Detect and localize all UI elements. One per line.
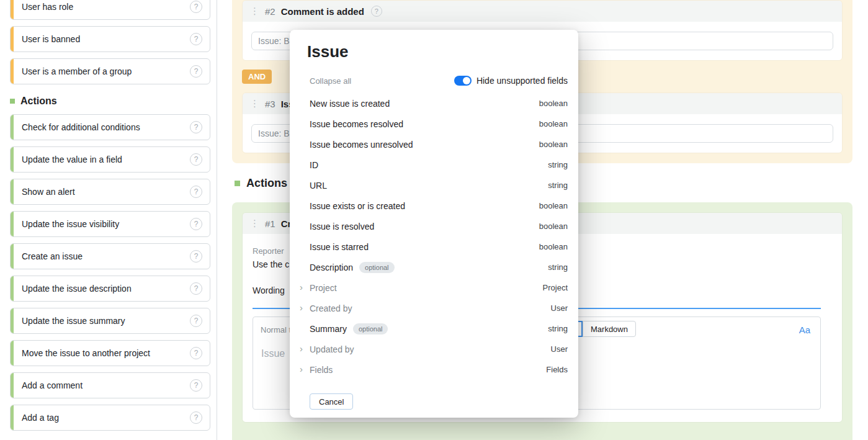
field-name: Issue becomes resolved <box>310 119 403 129</box>
help-icon[interactable] <box>190 186 202 198</box>
sidebar-item-label: User has role <box>22 2 190 12</box>
field-type: boolean <box>539 99 568 108</box>
field-type: string <box>548 160 568 169</box>
sidebar-item-create-an-issue[interactable]: Create an issue <box>10 243 210 269</box>
chevron-right-icon <box>300 282 303 292</box>
rule-number: #3 <box>265 99 275 109</box>
canvas-actions-title: Actions <box>246 177 287 190</box>
field-name: New issue is created <box>310 99 390 109</box>
sidebar-item-label: Update the value in a field <box>22 155 190 164</box>
sidebar-item-label: User is banned <box>22 34 190 44</box>
field-row-issue-becomes-unresolved[interactable]: Issue becomes unresolved boolean <box>290 134 578 155</box>
field-type: User <box>551 303 568 313</box>
drag-handle-icon[interactable] <box>250 6 259 17</box>
sidebar-item-move-issue-another-project[interactable]: Move the issue to another project <box>10 340 210 366</box>
field-row-issue-exists-or-created[interactable]: Issue exists or is created boolean <box>290 195 578 216</box>
modal-controls: Collapse all Hide unsupported fields <box>310 76 568 86</box>
field-type: boolean <box>539 201 568 210</box>
sidebar-item-label: Create an issue <box>22 251 190 261</box>
drag-handle-icon[interactable] <box>250 98 259 109</box>
help-icon[interactable] <box>190 33 202 45</box>
collapse-all-button[interactable]: Collapse all <box>310 76 351 86</box>
green-square-icon <box>10 99 15 104</box>
drag-handle-icon[interactable] <box>250 218 259 229</box>
field-type: Fields <box>546 365 568 374</box>
help-icon[interactable] <box>190 153 202 166</box>
help-icon[interactable] <box>190 411 202 424</box>
field-row-issue-becomes-resolved[interactable]: Issue becomes resolved boolean <box>290 114 578 134</box>
sidebar-item-label: Check for additional conditions <box>22 122 190 132</box>
palette-sidebar: User has role User is banned User is a m… <box>0 0 217 440</box>
field-list: New issue is created boolean Issue becom… <box>290 93 578 380</box>
field-name: Issue exists or is created <box>310 201 405 211</box>
green-square-icon <box>235 181 240 186</box>
markdown-toggle-button[interactable]: Markdown <box>583 321 636 337</box>
text-format-dropdown[interactable]: Normal t <box>261 325 291 334</box>
issue-fields-modal: Issue Collapse all Hide unsupported fiel… <box>290 30 578 418</box>
sidebar-item-show-an-alert[interactable]: Show an alert <box>10 179 210 205</box>
sidebar-item-label: User is a member of a group <box>22 66 190 76</box>
optional-badge: optional <box>353 323 388 334</box>
sidebar-item-user-is-banned[interactable]: User is banned <box>10 26 210 52</box>
field-row-updated-by[interactable]: Updated by User <box>290 339 578 359</box>
hide-unsupported-toggle-wrap[interactable]: Hide unsupported fields <box>454 76 568 86</box>
field-type: string <box>548 181 568 190</box>
sidebar-item-user-member-of-group[interactable]: User is a member of a group <box>10 58 210 84</box>
cancel-button[interactable]: Cancel <box>310 393 353 410</box>
optional-badge: optional <box>359 262 395 273</box>
field-row-issue-is-starred[interactable]: Issue is starred boolean <box>290 236 578 257</box>
field-row-url[interactable]: URL string <box>290 175 578 195</box>
sidebar-item-label: Add a tag <box>22 413 190 423</box>
help-icon[interactable] <box>190 347 202 359</box>
field-name: Issue is resolved <box>310 222 374 231</box>
help-icon[interactable] <box>190 315 202 327</box>
field-row-summary[interactable]: Summary optional string <box>290 318 578 339</box>
font-settings-button[interactable]: Aa <box>799 325 810 335</box>
help-icon[interactable] <box>190 121 202 133</box>
field-name: Issue becomes unresolved <box>310 140 413 150</box>
field-name: Created by <box>310 303 352 313</box>
sidebar-item-update-issue-visibility[interactable]: Update the issue visibility <box>10 211 210 237</box>
sidebar-actions-title: Actions <box>20 96 57 107</box>
field-row-description[interactable]: Description optional string <box>290 257 578 277</box>
sidebar-item-update-issue-description[interactable]: Update the issue description <box>10 276 210 302</box>
sidebar-actions-header: Actions <box>10 96 210 107</box>
sidebar-item-user-has-role[interactable]: User has role <box>10 0 210 20</box>
field-name: Fields <box>310 365 333 375</box>
help-icon[interactable] <box>190 250 202 263</box>
help-icon[interactable] <box>190 218 202 230</box>
sidebar-item-update-issue-summary[interactable]: Update the issue summary <box>10 308 210 334</box>
help-icon[interactable] <box>190 65 202 78</box>
field-row-id[interactable]: ID string <box>290 155 578 175</box>
sidebar-item-update-value-in-field[interactable]: Update the value in a field <box>10 146 210 173</box>
toggle-label: Hide unsupported fields <box>477 76 568 86</box>
sidebar-item-label: Update the issue visibility <box>22 219 190 229</box>
field-name: ID <box>310 160 318 170</box>
rule-number: #2 <box>265 6 275 17</box>
field-type: boolean <box>539 242 568 251</box>
field-name: Issue is starred <box>310 242 369 252</box>
help-icon[interactable] <box>190 282 202 295</box>
field-name: Description <box>310 263 353 272</box>
field-type: User <box>551 344 568 354</box>
field-row-project[interactable]: Project Project <box>290 277 578 298</box>
chevron-right-icon <box>300 302 303 313</box>
and-badge[interactable]: AND <box>242 70 272 84</box>
sidebar-item-add-a-comment[interactable]: Add a comment <box>10 372 210 398</box>
sidebar-item-add-a-tag[interactable]: Add a tag <box>10 405 210 431</box>
help-icon[interactable] <box>371 6 382 17</box>
rule-header[interactable]: #2 Comment is added <box>243 1 842 22</box>
field-name: Project <box>310 283 337 293</box>
field-row-created-by[interactable]: Created by User <box>290 298 578 318</box>
field-name: Updated by <box>310 344 354 354</box>
field-row-fields[interactable]: Fields Fields <box>290 359 578 380</box>
help-icon[interactable] <box>190 1 202 13</box>
field-row-issue-is-resolved[interactable]: Issue is resolved boolean <box>290 216 578 236</box>
field-row-new-issue-is-created[interactable]: New issue is created boolean <box>290 93 578 114</box>
editor-placeholder: Issue <box>261 348 285 359</box>
sidebar-item-check-additional-conditions[interactable]: Check for additional conditions <box>10 114 210 140</box>
hide-unsupported-toggle[interactable] <box>454 76 472 86</box>
field-type: string <box>548 324 568 333</box>
sidebar-item-label: Update the issue summary <box>22 316 190 326</box>
help-icon[interactable] <box>190 379 202 392</box>
